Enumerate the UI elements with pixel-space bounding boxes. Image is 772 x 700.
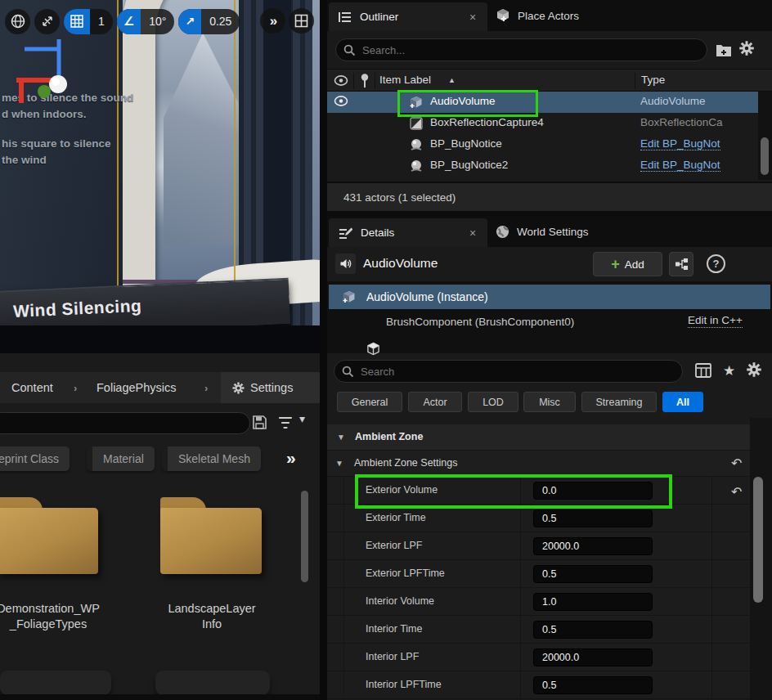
outliner-settings-button[interactable]	[739, 41, 754, 56]
property-value-input[interactable]	[533, 648, 653, 666]
rotation-snap-toggle[interactable]: ∠	[117, 9, 141, 34]
toolbar-overflow-button[interactable]: »	[260, 8, 285, 34]
more-filters-chevron-icon[interactable]: »	[286, 448, 294, 468]
outliner-search-input[interactable]	[335, 38, 707, 61]
subcategory-ambient-zone-settings[interactable]: ▼ Ambient Zone Settings	[327, 451, 758, 477]
breadcrumb-content[interactable]: Content	[11, 372, 53, 403]
close-icon[interactable]: ×	[465, 227, 481, 240]
close-icon[interactable]: ×	[465, 11, 481, 24]
property-value-input[interactable]	[533, 509, 653, 527]
blueprint-actor-icon	[409, 159, 424, 173]
filter-icon[interactable]	[278, 415, 296, 430]
outliner-tabbar: Outliner × Place Actors	[327, 0, 772, 31]
tab-details[interactable]: Details ×	[329, 218, 487, 247]
gear-icon	[739, 41, 754, 56]
content-browser: Content › FoliagePhysics ›	[0, 353, 320, 700]
filter-chip-skeletal-mesh[interactable]: Skeletal Mesh	[162, 446, 261, 471]
column-separator	[375, 73, 375, 89]
breadcrumb-foliagephysics[interactable]: FoliagePhysics	[96, 372, 177, 403]
outliner-row-bp-bugnotice[interactable]: BP_BugNotice Edit BP_BugNot	[327, 134, 758, 155]
details-search-input[interactable]	[334, 360, 683, 383]
help-button[interactable]: ?	[707, 254, 725, 273]
surface-snapping-button[interactable]	[34, 9, 60, 34]
grid-snap-value[interactable]: 1	[90, 9, 113, 34]
asset-thumbnail[interactable]	[155, 671, 270, 695]
box-reflection-capture-icon	[409, 116, 424, 131]
actor-label: BP_BugNotice	[430, 137, 502, 150]
folder-landscapelayerinfo[interactable]	[160, 497, 262, 574]
sort-ascending-icon[interactable]: ▲	[448, 76, 456, 84]
details-scrollbar-thumb[interactable]	[753, 477, 763, 603]
rotation-snap-control[interactable]: ∠ 10°	[117, 9, 175, 34]
angle-icon: ∠	[123, 14, 134, 29]
outliner-row-boxreflectioncapture4[interactable]: BoxReflectionCapture4 BoxReflectionCa	[327, 113, 758, 134]
create-folder-icon[interactable]	[716, 43, 732, 57]
edit-blueprint-link[interactable]: Edit BP_BugNot	[640, 137, 720, 150]
column-item-label[interactable]: Item Label	[379, 74, 431, 86]
grid-snap-toggle[interactable]	[64, 9, 90, 34]
reset-to-default-icon[interactable]: ↶	[731, 484, 742, 500]
filter-tab-general[interactable]: General	[337, 392, 402, 412]
scale-snap-toggle[interactable]: ↗	[178, 9, 201, 34]
property-label: Interior Volume	[366, 595, 434, 607]
component-tree: AudioVolume (Instance) BrushComponent (B…	[327, 281, 772, 353]
column-separator	[711, 560, 712, 588]
filter-chip-blueprint-class[interactable]: eprint Class	[0, 446, 70, 471]
filter-chevron-down-icon[interactable]: ▾	[299, 412, 305, 425]
folder-label: LandscapeLayer Info	[142, 601, 281, 632]
property-value-input[interactable]	[533, 676, 653, 694]
viewport-layout-button[interactable]	[289, 8, 314, 34]
open-blueprint-button[interactable]	[669, 252, 693, 276]
outliner-row-bp-bugnotice2[interactable]: BP_BugNotice2 Edit BP_BugNot	[327, 155, 758, 177]
component-row-audiovolume-instance[interactable]: AudioVolume (Instance)	[329, 285, 770, 309]
property-value-input[interactable]	[533, 621, 653, 639]
folder-demonstration-wp-foliagetypes[interactable]	[0, 497, 98, 574]
chip-label: Skeletal Mesh	[178, 452, 250, 465]
property-value-input[interactable]	[533, 482, 653, 500]
filter-tab-all[interactable]: All	[662, 392, 703, 412]
grid-snap-control[interactable]: 1	[64, 9, 113, 34]
filter-tab-lod[interactable]: LOD	[468, 392, 518, 412]
reset-to-default-icon[interactable]: ↶	[731, 455, 742, 471]
breadcrumb-settings[interactable]: Settings	[221, 372, 320, 403]
tab-place-actors[interactable]: Place Actors	[496, 0, 579, 31]
filter-chip-material[interactable]: Material	[87, 446, 155, 471]
audio-volume-actor-icon	[342, 289, 357, 304]
tab-outliner[interactable]: Outliner ×	[329, 2, 487, 31]
asset-thumbnail[interactable]	[0, 671, 111, 695]
filter-tab-misc[interactable]: Misc	[523, 392, 576, 412]
visibility-column-eye-icon[interactable]	[334, 75, 348, 86]
property-label: Exterior LPF	[366, 540, 422, 551]
collapse-triangle-icon[interactable]: ▼	[337, 433, 345, 442]
content-browser-search-input[interactable]	[0, 412, 250, 434]
rotation-snap-value[interactable]: 10°	[141, 9, 174, 34]
scale-snap-value[interactable]: 0.25	[201, 9, 240, 34]
column-type[interactable]: Type	[641, 74, 665, 86]
property-value-input[interactable]	[533, 537, 653, 555]
tab-world-settings[interactable]: World Settings	[496, 216, 589, 247]
transform-gizmo[interactable]	[13, 38, 111, 103]
favorites-star-icon[interactable]: ★	[723, 362, 735, 379]
pin-column-icon[interactable]	[360, 73, 370, 89]
property-value-input[interactable]	[533, 593, 653, 611]
viewport[interactable]: mes to silence the sound d when indoors.…	[0, 0, 320, 353]
outliner-row-audiovolume[interactable]: AudioVolume AudioVolume	[327, 92, 758, 113]
scale-snap-control[interactable]: ↗ 0.25	[178, 9, 240, 34]
sign-label: Wind Silencing	[13, 296, 142, 321]
edit-in-cpp-link[interactable]: Edit in C++	[688, 314, 743, 328]
actor-label: AudioVolume	[430, 95, 496, 107]
content-browser-scrollbar[interactable]	[301, 491, 308, 582]
details-settings-gear-icon[interactable]	[747, 362, 761, 377]
add-component-button[interactable]: + Add	[593, 252, 662, 276]
filter-tab-actor[interactable]: Actor	[408, 392, 462, 412]
outliner-scrollbar-thumb[interactable]	[761, 137, 769, 175]
eye-icon[interactable]	[334, 96, 348, 106]
display-manager-icon[interactable]	[695, 363, 711, 378]
edit-blueprint-link[interactable]: Edit BP_BugNot	[640, 159, 720, 172]
property-value-input[interactable]	[533, 565, 653, 583]
collapse-triangle-icon[interactable]: ▼	[335, 459, 343, 468]
save-icon[interactable]	[252, 415, 267, 430]
category-ambient-zone[interactable]: ▼ Ambient Zone	[327, 424, 772, 451]
world-transform-button[interactable]	[5, 9, 30, 34]
filter-tab-streaming[interactable]: Streaming	[581, 392, 657, 412]
